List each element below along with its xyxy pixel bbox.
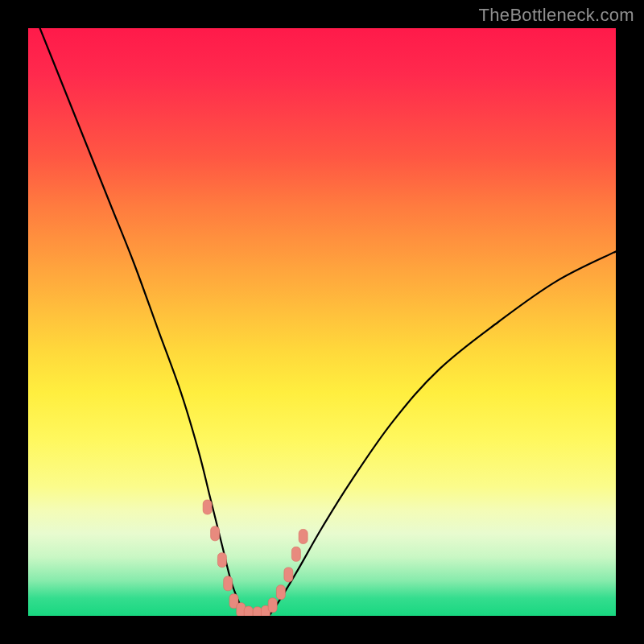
trough-marker	[211, 526, 220, 541]
trough-markers	[203, 500, 308, 616]
trough-marker	[244, 606, 253, 616]
trough-marker	[203, 500, 212, 514]
trough-marker	[224, 576, 233, 591]
right-branch-curve	[269, 251, 616, 616]
trough-marker	[291, 547, 300, 561]
trough-marker	[217, 553, 226, 568]
plot-area	[28, 28, 616, 616]
trough-marker	[284, 568, 293, 582]
curve-svg	[28, 28, 616, 616]
trough-marker	[268, 598, 277, 613]
trough-marker	[299, 529, 308, 543]
watermark-text: TheBottleneck.com	[479, 5, 634, 26]
trough-marker	[276, 585, 285, 600]
chart-frame: TheBottleneck.com	[0, 0, 644, 644]
trough-marker	[253, 607, 262, 616]
